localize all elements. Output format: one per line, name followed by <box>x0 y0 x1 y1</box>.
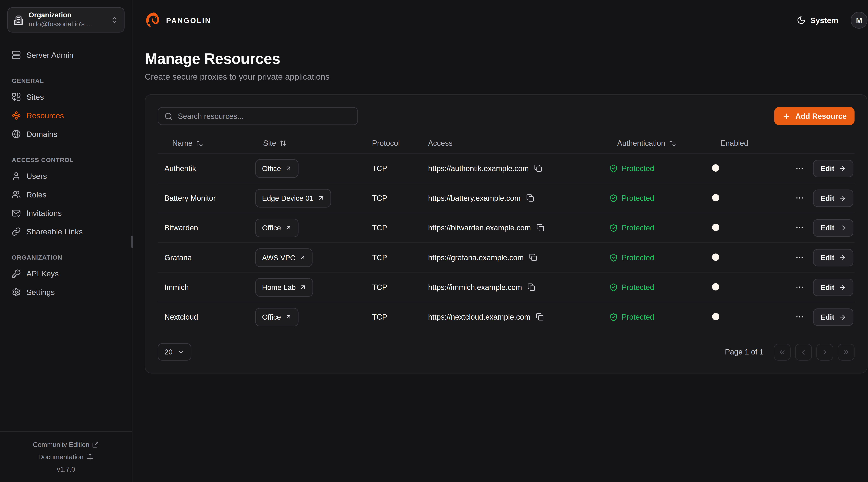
main-content: PANGOLIN System M Manage Resources Creat… <box>132 0 868 482</box>
card-toolbar: Add Resource <box>158 107 855 125</box>
next-page-button[interactable] <box>816 344 833 360</box>
edit-button[interactable]: Edit <box>813 189 854 207</box>
authentication-badge: Protected <box>602 283 714 291</box>
row-menu-button[interactable] <box>794 192 806 204</box>
copy-icon <box>534 164 542 172</box>
resource-access-url: https://authentik.example.com <box>428 164 529 172</box>
resources-table: Name Site Protocol <box>158 133 855 331</box>
arrow-up-right-icon <box>285 224 292 231</box>
page-status: Page 1 of 1 <box>725 348 764 356</box>
resource-name: Grafana <box>158 253 249 261</box>
sidebar-item-label: Shareable Links <box>26 227 83 236</box>
site-link-button[interactable]: Office <box>255 219 299 237</box>
column-header-authentication[interactable]: Authentication <box>602 139 714 147</box>
documentation-link[interactable]: Documentation <box>5 451 126 463</box>
copy-icon <box>526 194 534 202</box>
sidebar-resize-handle[interactable] <box>131 235 133 248</box>
row-menu-button[interactable] <box>794 222 806 233</box>
community-edition-link[interactable]: Community Edition <box>5 438 126 451</box>
table-row: Authentik Office TCP https://authentik.e… <box>158 153 855 183</box>
table-row: Battery Monitor Edge Device 01 TCP https… <box>158 183 855 213</box>
resource-protocol: TCP <box>365 223 421 232</box>
search-input[interactable] <box>178 112 351 120</box>
row-menu-button[interactable] <box>794 252 806 263</box>
page-size-select[interactable]: 20 <box>158 343 191 360</box>
column-header-site[interactable]: Site <box>249 139 365 147</box>
column-header-name[interactable]: Name <box>158 139 249 147</box>
prev-page-button[interactable] <box>795 344 812 360</box>
site-link-button[interactable]: Office <box>255 308 299 326</box>
sidebar-footer: Community Edition Documentation v1.7.0 <box>0 431 132 482</box>
site-link-button[interactable]: Edge Device 01 <box>255 189 331 207</box>
globe-icon <box>12 129 21 138</box>
edit-button[interactable]: Edit <box>813 219 854 236</box>
ellipsis-icon <box>795 193 804 202</box>
page-header: Manage Resources Create secure proxies t… <box>145 51 867 82</box>
copy-icon <box>536 224 544 232</box>
arrow-right-icon <box>839 224 846 231</box>
sidebar: Organization milo@fossorial.io's ... Ser… <box>0 0 132 482</box>
edit-button[interactable]: Edit <box>813 279 854 296</box>
copy-url-button[interactable] <box>535 223 546 233</box>
copy-url-button[interactable] <box>525 193 535 203</box>
last-page-button[interactable] <box>838 344 855 360</box>
chevrons-right-icon <box>842 348 850 356</box>
building-icon <box>13 15 24 25</box>
resource-protocol: TCP <box>365 253 421 261</box>
brand-name: PANGOLIN <box>166 16 211 24</box>
arrow-up-right-icon <box>300 284 306 290</box>
sidebar-item-server-admin[interactable]: Server Admin <box>7 45 125 64</box>
edit-button[interactable]: Edit <box>813 249 854 266</box>
ellipsis-icon <box>795 164 804 173</box>
shield-check-icon <box>609 194 618 202</box>
users-icon <box>12 190 21 199</box>
copy-url-button[interactable] <box>535 312 545 322</box>
app-window: Organization milo@fossorial.io's ... Ser… <box>0 0 868 482</box>
sidebar-nav: Server Admin GENERAL Sites Resources Dom <box>0 40 132 301</box>
sidebar-item-settings[interactable]: Settings <box>7 283 125 301</box>
avatar[interactable]: M <box>850 12 867 29</box>
sidebar-item-invitations[interactable]: Invitations <box>7 203 125 222</box>
sidebar-item-shareable-links[interactable]: Shareable Links <box>7 222 125 240</box>
add-resource-button[interactable]: Add Resource <box>775 107 855 125</box>
authentication-badge: Protected <box>602 253 714 261</box>
sidebar-item-users[interactable]: Users <box>7 167 125 185</box>
edit-button[interactable]: Edit <box>813 308 854 325</box>
copy-url-button[interactable] <box>527 282 536 292</box>
waypoints-icon <box>12 111 21 120</box>
copy-icon <box>529 254 537 261</box>
site-link-button[interactable]: AWS VPC <box>255 248 313 267</box>
row-menu-button[interactable] <box>794 311 806 323</box>
sidebar-item-resources[interactable]: Resources <box>7 106 125 125</box>
section-label-organization: ORGANIZATION <box>7 254 125 264</box>
theme-selector[interactable]: System <box>797 15 838 25</box>
sidebar-item-label: Resources <box>26 111 64 120</box>
table-row: Bitwarden Office TCP https://bitwarden.e… <box>158 213 855 242</box>
plus-icon <box>782 112 791 120</box>
copy-url-button[interactable] <box>533 163 544 173</box>
user-icon <box>12 171 21 180</box>
row-menu-button[interactable] <box>794 282 806 293</box>
organization-selector[interactable]: Organization milo@fossorial.io's ... <box>7 7 125 32</box>
edit-button[interactable]: Edit <box>813 160 854 177</box>
site-link-button[interactable]: Home Lab <box>255 278 313 296</box>
sidebar-item-roles[interactable]: Roles <box>7 185 125 204</box>
first-page-button[interactable] <box>774 344 790 360</box>
sidebar-item-sites[interactable]: Sites <box>7 88 125 106</box>
resource-access-url: https://grafana.example.com <box>428 253 524 261</box>
sidebar-item-label: Server Admin <box>26 50 73 59</box>
site-link-button[interactable]: Office <box>255 159 299 178</box>
version-label: v1.7.0 <box>5 463 126 475</box>
row-menu-button[interactable] <box>794 163 806 174</box>
arrow-up-right-icon <box>285 314 292 320</box>
pangolin-logo-icon <box>145 12 162 29</box>
sidebar-item-domains[interactable]: Domains <box>7 125 125 143</box>
arrow-right-icon <box>839 254 846 261</box>
resource-protocol: TCP <box>365 313 421 321</box>
copy-url-button[interactable] <box>528 252 538 262</box>
page-title: Manage Resources <box>145 51 867 68</box>
sidebar-item-api-keys[interactable]: API Keys <box>7 264 125 283</box>
combine-icon <box>12 92 21 101</box>
sidebar-item-label: Roles <box>26 190 46 199</box>
external-link-icon <box>92 441 99 448</box>
